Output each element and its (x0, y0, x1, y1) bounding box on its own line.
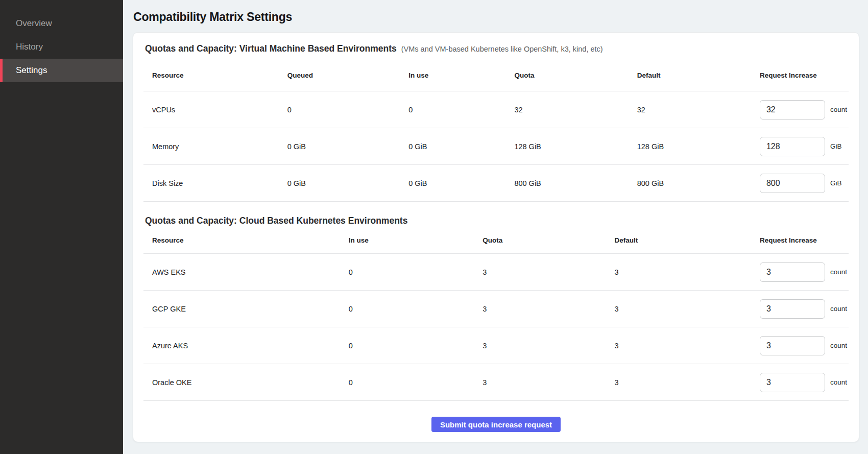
column-header-queued: Queued (287, 63, 409, 91)
cell-resource: AWS EKS (143, 254, 349, 291)
unit-label: count (830, 305, 847, 313)
column-header-in-use: In use (408, 63, 514, 91)
cell-in-use: 0 (349, 364, 483, 401)
cell-quota: 800 GiB (514, 165, 637, 202)
aws-eks-request-increase-input[interactable] (760, 262, 825, 282)
cell-in-use: 0 (349, 254, 483, 291)
cell-default: 800 GiB (637, 165, 760, 202)
cell-in-use: 0 (349, 327, 483, 364)
cell-resource: GCP GKE (143, 291, 349, 327)
vcpus-request-increase-input[interactable] (760, 100, 825, 120)
table-row-oracle-oke: Oracle OKE 0 3 3 count (143, 364, 849, 401)
k8s-section-title: Quotas and Capacity: Cloud Based Kuberne… (145, 216, 407, 226)
k8s-quota-table: Resource In use Quota Default Request In… (143, 229, 849, 401)
unit-label: GiB (830, 142, 842, 150)
cell-resource: vCPUs (143, 91, 287, 128)
request-increase-cell: count (760, 336, 849, 355)
vm-section-title: Quotas and Capacity: Virtual Machine Bas… (145, 43, 397, 54)
vm-section-header: Quotas and Capacity: Virtual Machine Bas… (143, 43, 849, 55)
memory-request-increase-input[interactable] (760, 137, 825, 156)
table-row-azure-aks: Azure AKS 0 3 3 count (143, 327, 849, 364)
sidebar-item-history[interactable]: History (0, 35, 123, 59)
sidebar-item-label: Overview (16, 18, 52, 29)
request-increase-cell: GiB (760, 174, 849, 193)
unit-label: count (830, 268, 847, 276)
column-header-default: Default (637, 63, 760, 91)
disk-size-request-increase-input[interactable] (760, 174, 825, 193)
cell-queued: 0 GiB (287, 128, 409, 165)
request-increase-cell: GiB (760, 137, 849, 156)
azure-aks-request-increase-input[interactable] (760, 336, 825, 355)
main-content: Compatibility Matrix Settings Quotas and… (123, 0, 868, 454)
cell-resource: Azure AKS (143, 327, 349, 364)
vm-table-header-row: Resource Queued In use Quota Default Req… (143, 63, 849, 91)
sidebar-item-settings[interactable]: Settings (0, 59, 123, 82)
cell-default: 128 GiB (637, 128, 760, 165)
sidebar-item-label: Settings (16, 65, 47, 76)
table-row-memory: Memory 0 GiB 0 GiB 128 GiB 128 GiB GiB (143, 128, 849, 165)
k8s-table-header-row: Resource In use Quota Default Request In… (143, 229, 849, 254)
unit-label: count (830, 378, 847, 386)
cell-in-use: 0 GiB (408, 128, 514, 165)
cell-quota: 3 (483, 364, 614, 401)
cell-resource: Disk Size (143, 165, 287, 202)
k8s-section-header: Quotas and Capacity: Cloud Based Kuberne… (143, 216, 849, 226)
column-header-default: Default (614, 229, 759, 254)
table-row-aws-eks: AWS EKS 0 3 3 count (143, 254, 849, 291)
cell-default: 3 (614, 327, 759, 364)
page-title: Compatibility Matrix Settings (133, 10, 859, 24)
oracle-oke-request-increase-input[interactable] (760, 373, 825, 392)
settings-card: Quotas and Capacity: Virtual Machine Bas… (133, 32, 859, 442)
column-header-resource: Resource (143, 229, 349, 254)
card-footer: Submit quota increase request (143, 417, 849, 432)
cell-default: 32 (637, 91, 760, 128)
sidebar: Overview History Settings (0, 0, 123, 454)
cell-quota: 3 (483, 327, 614, 364)
cell-in-use: 0 GiB (408, 165, 514, 202)
unit-label: count (830, 342, 847, 349)
cell-default: 3 (614, 254, 759, 291)
cell-resource: Oracle OKE (143, 364, 349, 401)
request-increase-cell: count (760, 373, 849, 392)
app-root: Overview History Settings Compatibility … (0, 0, 868, 454)
request-increase-cell: count (760, 100, 849, 120)
request-increase-cell: count (760, 262, 849, 282)
sidebar-item-label: History (16, 42, 43, 52)
cell-quota: 128 GiB (514, 128, 637, 165)
cell-default: 3 (614, 364, 759, 401)
cell-default: 3 (614, 291, 759, 327)
column-header-quota: Quota (514, 63, 637, 91)
cell-resource: Memory (143, 128, 287, 165)
table-row-gcp-gke: GCP GKE 0 3 3 count (143, 291, 849, 327)
table-row-vcpus: vCPUs 0 0 32 32 count (143, 91, 849, 128)
unit-label: GiB (830, 179, 842, 187)
column-header-resource: Resource (143, 63, 287, 91)
cell-queued: 0 (287, 91, 409, 128)
cell-in-use: 0 (349, 291, 483, 327)
column-header-request-increase: Request Increase (760, 63, 849, 91)
cell-quota: 3 (483, 291, 614, 327)
vm-quota-table: Resource Queued In use Quota Default Req… (143, 63, 849, 202)
column-header-quota: Quota (483, 229, 614, 254)
column-header-request-increase: Request Increase (760, 229, 849, 254)
cell-quota: 32 (514, 91, 637, 128)
sidebar-item-overview[interactable]: Overview (0, 12, 123, 35)
vm-section-subtitle: (VMs and VM-based Kubernetes like OpenSh… (401, 44, 603, 55)
table-row-disk-size: Disk Size 0 GiB 0 GiB 800 GiB 800 GiB Gi… (143, 165, 849, 202)
column-header-in-use: In use (349, 229, 483, 254)
cell-queued: 0 GiB (287, 165, 409, 202)
request-increase-cell: count (760, 299, 849, 319)
unit-label: count (830, 106, 847, 113)
gcp-gke-request-increase-input[interactable] (760, 299, 825, 319)
cell-quota: 3 (483, 254, 614, 291)
cell-in-use: 0 (408, 91, 514, 128)
submit-quota-increase-button[interactable]: Submit quota increase request (431, 417, 561, 432)
